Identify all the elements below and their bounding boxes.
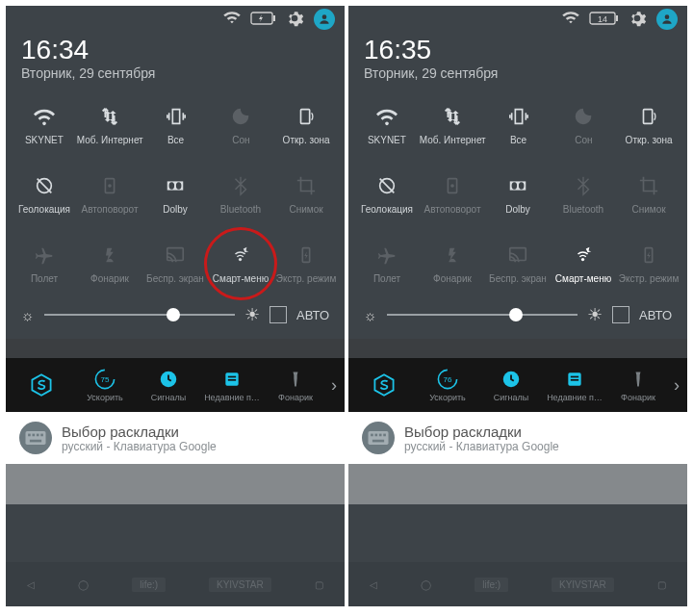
svg-point-2 — [322, 14, 327, 19]
tile-label: Фонарик — [90, 273, 129, 284]
keyboard-layout-notification[interactable]: Выбор раскладкирусский - Клавиатура Goog… — [6, 412, 345, 464]
auto-brightness-checkbox[interactable] — [270, 306, 287, 323]
tile-экстр-режим[interactable]: Экстр. режим — [273, 229, 339, 298]
settings-gear-icon[interactable] — [628, 9, 647, 31]
tile-label: Беспр. экран — [146, 273, 204, 284]
brightness-high-icon: ☀ — [244, 304, 260, 325]
svg-rect-45 — [571, 376, 578, 378]
tile-беспр-экран[interactable]: Беспр. экран — [485, 229, 551, 298]
keyboard-icon — [19, 422, 52, 454]
tile-bluetooth[interactable]: Bluetooth — [551, 160, 616, 229]
keyboard-layout-notification[interactable]: Выбор раскладкирусский - Клавиатура Goog… — [348, 412, 687, 464]
toolbar-more-chevron-icon[interactable]: › — [670, 375, 683, 396]
tile-снимок[interactable]: Снимок — [273, 160, 339, 229]
tile-беспр-экран[interactable]: Беспр. экран — [142, 229, 208, 298]
tile-фонарик[interactable]: Фонарик — [420, 229, 485, 298]
tile-bluetooth[interactable]: Bluetooth — [208, 160, 273, 229]
tile-label: Геолокация — [18, 204, 70, 215]
tile-label: Откр. зона — [626, 135, 673, 145]
tool-recent[interactable]: Недавние п… — [200, 368, 264, 402]
clock-date: Вторник, 29 сентября — [364, 65, 672, 81]
tile-откр-зона[interactable]: Откр. зона — [616, 90, 681, 160]
user-avatar[interactable] — [656, 9, 678, 30]
tile-icon — [573, 175, 594, 199]
tile-моб-интернет[interactable]: Моб. Интернет — [77, 90, 143, 160]
two-phone-comparison: 16:34Вторник, 29 сентябряSKYNETМоб. Инте… — [0, 0, 693, 616]
tile-dolby[interactable]: Dolby — [485, 160, 551, 229]
svg-rect-18 — [228, 376, 236, 378]
tile-label: Bluetooth — [220, 204, 261, 215]
obscured-notification — [6, 464, 345, 504]
svg-rect-25 — [30, 440, 41, 443]
tile-icon — [165, 244, 186, 269]
keyboard-row-peek — [6, 339, 345, 358]
tool-signals[interactable]: Сигналы — [137, 368, 200, 402]
tile-label: Полет — [31, 273, 58, 284]
tile-полет[interactable]: Полет — [12, 229, 77, 298]
brightness-slider[interactable] — [387, 314, 578, 316]
quick-settings-grid: SKYNETМоб. ИнтернетВсеСонОткр. зонаГеоло… — [6, 90, 345, 298]
tool-logo[interactable] — [10, 373, 73, 397]
tile-label: Снимок — [631, 204, 665, 215]
svg-rect-49 — [375, 434, 378, 437]
tile-геолокация[interactable]: Геолокация — [12, 160, 77, 229]
tile-icon — [376, 175, 398, 199]
tile-label: Откр. зона — [283, 135, 330, 145]
tile-фонарик[interactable]: Фонарик — [77, 229, 142, 298]
tool-flashlight[interactable]: Фонарик — [264, 368, 327, 402]
tile-все[interactable]: Все — [486, 90, 552, 160]
tile-автоповорот[interactable]: Автоповорот — [77, 160, 142, 229]
settings-gear-icon[interactable] — [285, 9, 304, 31]
tile-все[interactable]: Все — [143, 90, 209, 160]
tile-skynet[interactable]: SKYNET — [12, 90, 77, 160]
tool-recent[interactable]: Недавние п… — [543, 368, 606, 402]
auto-brightness-checkbox[interactable] — [612, 306, 629, 323]
tool-speed[interactable]: 75Ускорить — [73, 368, 137, 402]
brightness-slider[interactable] — [44, 314, 235, 316]
phone-1: 16:34Вторник, 29 сентябряSKYNETМоб. Инте… — [6, 6, 345, 606]
tile-полет[interactable]: Полет — [354, 229, 420, 298]
tile-icon — [507, 244, 528, 269]
svg-text:14: 14 — [598, 14, 607, 24]
svg-rect-48 — [371, 434, 373, 437]
tile-снимок[interactable]: Снимок — [616, 160, 681, 229]
tile-сон[interactable]: Сон — [551, 90, 616, 160]
tile-icon — [165, 175, 186, 199]
tile-смарт-меню[interactable]: Смарт-меню — [208, 229, 273, 298]
status-bar: 14 — [348, 6, 687, 33]
tile-моб-интернет[interactable]: Моб. Интернет — [420, 90, 486, 160]
tile-геолокация[interactable]: Геолокация — [354, 160, 420, 229]
tile-label: Фонарик — [433, 273, 472, 284]
svg-rect-50 — [379, 434, 382, 437]
tile-icon — [34, 175, 55, 199]
svg-rect-30 — [644, 109, 653, 123]
svg-rect-1 — [273, 15, 275, 21]
tile-label: Автоповорот — [424, 204, 480, 215]
tile-icon — [166, 106, 187, 130]
svg-point-29 — [665, 14, 670, 19]
tile-skynet[interactable]: SKYNET — [354, 90, 420, 160]
tool-speed[interactable]: 76Ускорить — [416, 368, 479, 402]
tile-сон[interactable]: Сон — [208, 90, 273, 160]
tool-flashlight[interactable]: Фонарик — [606, 368, 670, 402]
tile-смарт-меню[interactable]: Смарт-меню — [551, 229, 616, 298]
bottom-nav-dimmed: ◁◯life:)KYIVSTAR▢ — [6, 562, 345, 606]
tile-экстр-режим[interactable]: Экстр. режим — [616, 229, 681, 298]
tool-logo[interactable] — [352, 373, 416, 397]
svg-text:76: 76 — [444, 375, 452, 384]
user-avatar[interactable] — [314, 9, 335, 30]
svg-rect-51 — [383, 434, 386, 437]
auto-brightness-label: АВТО — [639, 308, 672, 322]
tile-автоповорот[interactable]: Автоповорот — [420, 160, 485, 229]
status-bar — [6, 6, 345, 33]
notif-subtitle: русский - Клавиатура Google — [404, 440, 559, 453]
tile-dolby[interactable]: Dolby — [142, 160, 208, 229]
tile-icon — [34, 244, 55, 269]
tool-signals[interactable]: Сигналы — [479, 368, 543, 402]
tile-icon — [573, 106, 594, 130]
toolbar-more-chevron-icon[interactable]: › — [327, 375, 341, 396]
bottom-nav-dimmed: ◁◯life:)KYIVSTAR▢ — [348, 562, 687, 606]
tile-icon — [573, 244, 594, 269]
svg-point-11 — [239, 257, 242, 260]
tile-откр-зона[interactable]: Откр. зона — [273, 90, 339, 160]
